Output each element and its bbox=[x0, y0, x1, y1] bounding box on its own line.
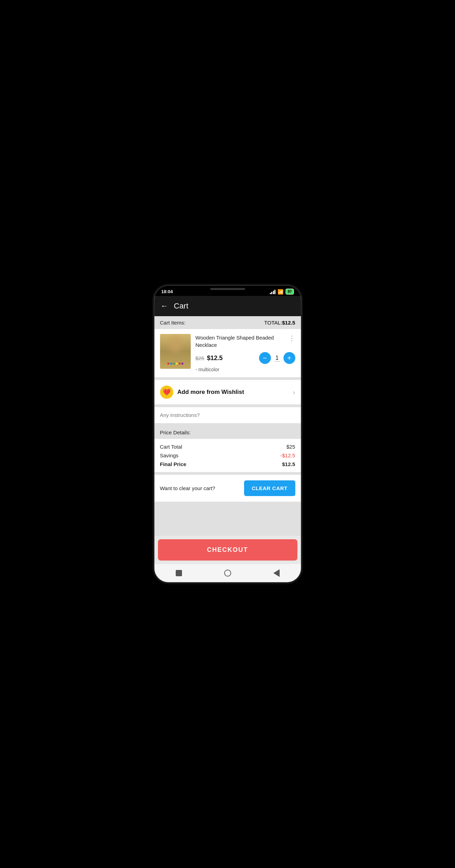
wifi-icon: 📶 bbox=[278, 289, 283, 295]
nav-home-button[interactable] bbox=[223, 568, 233, 578]
triangle-icon bbox=[273, 569, 280, 577]
status-icons: 📶 87 bbox=[270, 289, 294, 295]
bead bbox=[170, 363, 172, 365]
cart-total-label: Cart Total bbox=[160, 444, 182, 450]
savings-value: -$12.5 bbox=[280, 452, 295, 458]
product-card: Wooden Triangle Shaped Beaded Necklace ⋮… bbox=[154, 329, 301, 377]
savings-label: Savings bbox=[160, 452, 179, 458]
checkout-button[interactable]: CHECKOUT bbox=[158, 539, 297, 561]
bead bbox=[179, 363, 181, 365]
app-content: ← Cart Cart Items: TOTAL:$12.5 Wooden Tr… bbox=[154, 296, 301, 582]
nav-square-button[interactable] bbox=[174, 568, 184, 578]
page-title: Cart bbox=[174, 302, 189, 311]
product-name: Wooden Triangle Shaped Beaded Necklace bbox=[196, 334, 286, 349]
divider-4 bbox=[154, 472, 301, 475]
chevron-right-icon: › bbox=[293, 388, 295, 396]
nav-back-button[interactable] bbox=[272, 568, 281, 578]
wishlist-row[interactable]: ❤️ Add more from Wishlist › bbox=[154, 380, 301, 404]
more-options-icon[interactable]: ⋮ bbox=[286, 334, 295, 342]
product-variant: - multicolor bbox=[196, 367, 295, 372]
increase-qty-button[interactable]: + bbox=[283, 352, 295, 364]
status-bar: 18:04 📶 87 bbox=[154, 286, 301, 296]
savings-row: Savings -$12.5 bbox=[160, 452, 295, 458]
cart-total: TOTAL:$12.5 bbox=[264, 320, 295, 326]
divider-1 bbox=[154, 377, 301, 380]
wishlist-left: ❤️ Add more from Wishlist bbox=[160, 386, 244, 399]
circle-icon bbox=[224, 570, 231, 577]
bead bbox=[167, 363, 169, 365]
bead bbox=[181, 363, 183, 365]
app-header: ← Cart bbox=[154, 296, 301, 316]
necklace-beads bbox=[165, 363, 186, 365]
clear-cart-text: Want to clear your cart? bbox=[160, 485, 215, 491]
final-price-row: Final Price $12.5 bbox=[160, 461, 295, 467]
divider-2 bbox=[154, 404, 301, 407]
decrease-qty-button[interactable]: − bbox=[259, 352, 271, 364]
price-details-label: Price Details: bbox=[154, 426, 301, 439]
cart-total-value: $25 bbox=[286, 444, 295, 450]
product-info: Wooden Triangle Shaped Beaded Necklace ⋮… bbox=[196, 334, 295, 372]
price-details-card: Cart Total $25 Savings -$12.5 Final Pric… bbox=[154, 439, 301, 472]
battery-icon: 87 bbox=[286, 289, 294, 295]
wishlist-label: Add more from Wishlist bbox=[177, 389, 244, 396]
square-icon bbox=[176, 570, 182, 576]
gray-space bbox=[154, 502, 301, 536]
final-price-value: $12.5 bbox=[282, 461, 295, 467]
price-group: $25 $12.5 bbox=[196, 355, 223, 362]
quantity-controls: − 1 + bbox=[259, 352, 295, 364]
heart-icon: ❤️ bbox=[163, 388, 170, 396]
cart-items-bar: Cart Items: TOTAL:$12.5 bbox=[154, 316, 301, 329]
bottom-nav bbox=[154, 564, 301, 582]
final-price-label: Final Price bbox=[160, 461, 187, 467]
divider-3 bbox=[154, 423, 301, 426]
original-price: $25 bbox=[196, 355, 204, 361]
total-value: $12.5 bbox=[282, 320, 295, 326]
bead bbox=[176, 363, 178, 365]
back-button[interactable]: ← bbox=[161, 302, 168, 311]
instructions-input[interactable] bbox=[160, 412, 295, 418]
cart-total-row: Cart Total $25 bbox=[160, 444, 295, 450]
bead bbox=[173, 363, 175, 365]
total-prefix: TOTAL: bbox=[264, 320, 282, 326]
wishlist-icon: ❤️ bbox=[160, 386, 173, 399]
cart-items-label: Cart Items: bbox=[160, 320, 185, 326]
signal-icon bbox=[270, 289, 276, 294]
sale-price: $12.5 bbox=[207, 355, 223, 362]
clear-cart-button[interactable]: CLEAR CART bbox=[244, 480, 295, 496]
clear-cart-section: Want to clear your cart? CLEAR CART bbox=[154, 475, 301, 502]
instructions-section bbox=[154, 407, 301, 423]
time-display: 18:04 bbox=[161, 289, 173, 294]
quantity-value: 1 bbox=[274, 355, 280, 361]
product-image bbox=[160, 334, 191, 369]
